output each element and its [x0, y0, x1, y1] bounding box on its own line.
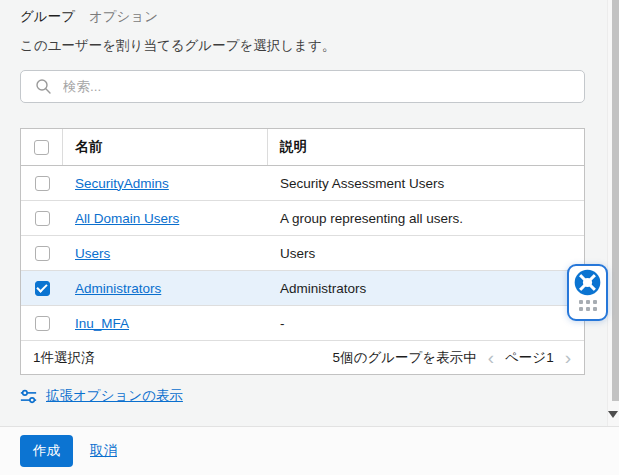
group-description: Security Assessment Users [268, 166, 584, 200]
column-header-name: 名前 [63, 129, 268, 165]
search-input[interactable] [61, 78, 574, 95]
group-description: A group representing all users. [268, 201, 584, 235]
group-name-link[interactable]: Administrators [75, 281, 161, 296]
table-row: Inu_MFA - [21, 306, 584, 341]
group-name-link[interactable]: Inu_MFA [75, 316, 129, 331]
group-description: Users [268, 236, 584, 270]
group-selection-panel: グループ オプション このユーザーを割り当てるグループを選択します。 名前 説明… [0, 0, 619, 475]
sliders-icon [20, 388, 37, 405]
chevron-left-icon[interactable]: ‹ [487, 348, 495, 367]
chevron-right-icon[interactable]: › [564, 348, 572, 367]
showing-count: 5個のグループを表示中 [333, 349, 477, 367]
page-indicator: ページ1 [505, 349, 554, 367]
advanced-options-toggle[interactable]: 拡張オプションの表示 [20, 387, 183, 405]
groups-table: 名前 説明 SecurityAdmins Security Assessment… [20, 128, 585, 375]
row-checkbox[interactable] [35, 211, 50, 226]
table-row: All Domain Users A group representing al… [21, 201, 584, 236]
row-checkbox[interactable] [35, 281, 50, 296]
advanced-options-link[interactable]: 拡張オプションの表示 [46, 387, 183, 405]
tab-options[interactable]: オプション [89, 8, 158, 26]
table-footer: 1件選択済 5個のグループを表示中 ‹ ページ1 › [21, 341, 584, 374]
scroll-down-arrow-icon[interactable] [608, 411, 618, 418]
table-header-row: 名前 説明 [21, 129, 584, 166]
scrollbar-thumb[interactable] [612, 0, 619, 401]
cancel-link[interactable]: 取消 [90, 442, 117, 460]
create-button[interactable]: 作成 [20, 435, 73, 467]
row-checkbox[interactable] [35, 176, 50, 191]
row-checkbox[interactable] [35, 246, 50, 261]
help-widget[interactable] [567, 264, 608, 321]
panel-description: このユーザーを割り当てるグループを選択します。 [20, 37, 335, 55]
table-row: Users Users [21, 236, 584, 271]
drag-handle-dots-icon[interactable] [579, 300, 597, 311]
group-name-link[interactable]: All Domain Users [75, 211, 179, 226]
group-description: Administrators [268, 271, 584, 305]
group-name-link[interactable]: Users [75, 246, 110, 261]
search-icon [35, 78, 52, 95]
search-box [20, 70, 585, 103]
action-bar: 作成 取消 [0, 426, 619, 475]
table-row: SecurityAdmins Security Assessment Users [21, 166, 584, 201]
select-all-checkbox[interactable] [34, 140, 49, 155]
section-tabs: グループ オプション [20, 8, 158, 26]
pagination: 5個のグループを表示中 ‹ ページ1 › [333, 348, 572, 367]
life-ring-icon[interactable] [574, 269, 601, 296]
row-checkbox[interactable] [35, 316, 50, 331]
selected-count: 1件選択済 [33, 349, 95, 367]
column-header-description: 説明 [268, 129, 584, 165]
group-description: - [268, 306, 584, 340]
group-name-link[interactable]: SecurityAdmins [75, 176, 169, 191]
tab-groups[interactable]: グループ [20, 8, 75, 26]
table-row: Administrators Administrators [21, 271, 584, 306]
